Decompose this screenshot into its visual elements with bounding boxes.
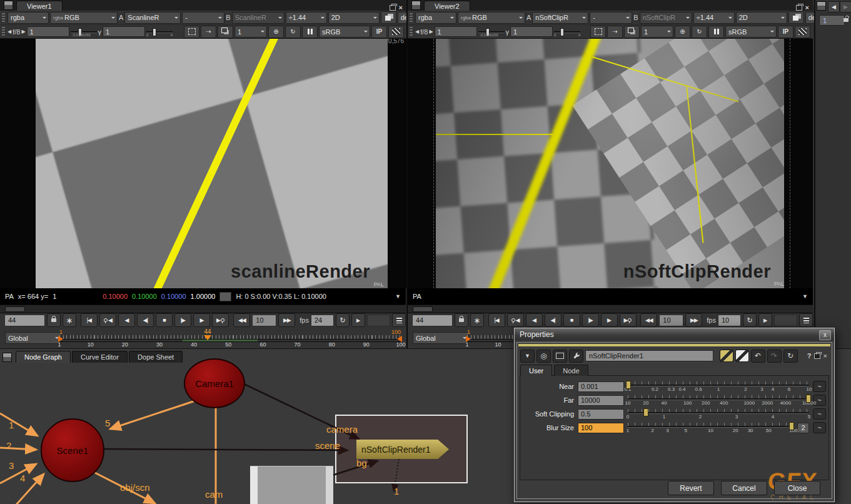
step-back-button[interactable]: ◀|	[545, 313, 561, 327]
float-pane-icon[interactable]	[390, 5, 396, 11]
lock-range-button[interactable]	[47, 313, 61, 327]
wrench-button[interactable]	[569, 350, 583, 363]
gamma-slider[interactable]: 04	[146, 27, 173, 37]
channels-dropdown[interactable]: rgba	[8, 12, 49, 24]
toolbar-grip[interactable]	[410, 27, 413, 36]
loop-mode-button[interactable]: ↻	[336, 313, 350, 327]
layer-dropdown[interactable]: rgbaRGB	[458, 12, 525, 24]
tab-node-graph[interactable]: Node Graph	[16, 351, 71, 363]
fstop-prev-icon[interactable]: ◀	[8, 29, 11, 34]
roi-button[interactable]	[184, 26, 199, 38]
timeline-ruler[interactable]: 1102030405060708090100 1 100 44	[59, 329, 401, 348]
freeze-button[interactable]: ∗	[63, 313, 76, 327]
checkerboard-toggle-button[interactable]	[795, 26, 810, 38]
fstop-next-icon[interactable]: ▶	[21, 29, 25, 34]
gamma-slider[interactable]: 04	[554, 27, 580, 37]
node-nsoftcliprender1[interactable]: nSoftClipRender1	[356, 440, 449, 459]
properties-titlebar[interactable]: Properties x	[515, 328, 834, 341]
current-frame-field[interactable]: 44	[412, 315, 453, 326]
downrez-dropdown[interactable]: 1	[234, 26, 267, 38]
status-dropdown-icon[interactable]: ▼	[395, 293, 401, 300]
playhead[interactable]	[204, 335, 211, 344]
collapse-button[interactable]: ▼	[520, 350, 535, 363]
range-start-marker[interactable]	[466, 336, 474, 342]
gamma-slider-handle[interactable]	[153, 28, 156, 36]
toolbar-grip[interactable]	[2, 13, 5, 23]
refresh-button[interactable]: ↻	[692, 26, 707, 38]
cancel-button[interactable]: Cancel	[721, 481, 767, 495]
b-input-dropdown[interactable]: nSoftClipR	[640, 12, 692, 24]
gain-slider[interactable]: 0.0186255	[478, 27, 505, 37]
goto-start-button[interactable]: |◀	[488, 313, 505, 327]
extra-field[interactable]	[367, 315, 390, 326]
monitor-button[interactable]	[553, 350, 567, 363]
toolbar-grip[interactable]	[2, 27, 5, 36]
blur-size-field[interactable]: 100	[578, 423, 624, 433]
prev-keyframe-button[interactable]: ◀	[99, 313, 116, 327]
gamma-input[interactable]: 1	[510, 26, 553, 37]
undo-button[interactable]: ↶	[751, 350, 765, 363]
roi-button[interactable]	[590, 26, 606, 38]
near-slider[interactable]: 0.10.20.30.40.61234610	[628, 380, 809, 393]
float-pane-icon[interactable]	[796, 5, 802, 11]
play-button[interactable]: ▶	[601, 313, 618, 327]
timeline-graph-icon[interactable]	[392, 313, 406, 327]
render-camera-icon[interactable]	[381, 11, 396, 24]
next-keyframe-button[interactable]: ▶	[212, 313, 229, 327]
refresh-button[interactable]: ↻	[285, 26, 301, 38]
close-button[interactable]: Close	[774, 481, 820, 495]
back-increment-button[interactable]: ◀◀	[640, 313, 657, 327]
step-forward-button[interactable]: |▶	[582, 313, 599, 327]
frame-range-dropdown[interactable]: Global	[413, 332, 469, 344]
zoom-dropdown[interactable]: ÷1.44	[286, 12, 327, 24]
wipe-mode-dropdown[interactable]: -	[182, 12, 224, 24]
close-pane-icon[interactable]: ×	[399, 4, 403, 11]
frame-range-dropdown[interactable]: Global	[5, 332, 61, 344]
fps-field[interactable]: 24	[311, 315, 334, 326]
downrez-dropdown[interactable]: 1	[641, 26, 673, 38]
float-panel-icon[interactable]	[814, 353, 820, 359]
splitter-nub[interactable]	[413, 306, 433, 312]
next-keyframe-button[interactable]: ▶	[620, 313, 637, 327]
view-mode-dropdown[interactable]: 2D	[736, 12, 787, 24]
freeze-button[interactable]: ∗	[470, 313, 484, 327]
node-scene1[interactable]: Scene1	[41, 418, 104, 482]
update-button[interactable]: ⊕	[268, 26, 284, 38]
tab-user[interactable]: User	[520, 365, 552, 376]
proxy-toggle-button[interactable]	[624, 26, 640, 38]
redo-button[interactable]: ↷	[767, 350, 782, 363]
extra-field[interactable]	[774, 315, 797, 326]
fstop-prev-icon[interactable]: ◀	[415, 29, 419, 34]
blur-size-spinner[interactable]: 2	[797, 423, 809, 433]
close-panel-button[interactable]: ×	[822, 352, 828, 360]
pause-button[interactable]	[708, 26, 724, 38]
fstop-label[interactable]: f/8	[13, 28, 20, 36]
tab-dope-sheet[interactable]: Dope Sheet	[129, 351, 183, 363]
stop-button[interactable]: ■	[156, 313, 173, 327]
play-backward-button[interactable]: ◀	[526, 313, 543, 327]
channels-dropdown[interactable]: rgba	[415, 12, 456, 24]
near-field[interactable]: 0.001	[578, 381, 624, 392]
slider-handle[interactable]	[789, 422, 794, 430]
step-forward-button[interactable]: |▶	[174, 313, 191, 327]
unlock-icon[interactable]	[843, 18, 848, 22]
close-pane-icon[interactable]: ×	[805, 4, 809, 11]
range-start-marker[interactable]	[58, 336, 66, 342]
viewer1-image-area[interactable]: 720,576 scanlineRender PAL	[0, 39, 406, 288]
revert-defaults-button[interactable]: ↻	[783, 350, 798, 363]
b-input-dropdown[interactable]: ScanlineR	[232, 12, 285, 24]
nav-back-button[interactable]: ◀	[828, 1, 840, 13]
viewer1-render-view[interactable]: scanlineRender PAL	[36, 39, 388, 288]
step-back-button[interactable]: ◀|	[137, 313, 154, 327]
node-name-field[interactable]: nSoftClipRender1	[585, 350, 713, 361]
far-curve-button[interactable]: ~	[813, 395, 826, 406]
toolbar-grip[interactable]	[410, 13, 413, 23]
viewer2-image-area[interactable]: nSoftClipRender PAL	[408, 39, 813, 288]
pane-menu-icon[interactable]	[4, 1, 13, 10]
tab-viewer2[interactable]: Viewer2	[424, 1, 470, 11]
fps-field[interactable]: 10	[718, 315, 741, 326]
node-camera1[interactable]: Camera1	[184, 358, 245, 408]
gain-input[interactable]: 1	[27, 26, 69, 37]
play-button[interactable]: ▶	[193, 313, 210, 327]
gl-color-swatch[interactable]	[735, 350, 749, 362]
